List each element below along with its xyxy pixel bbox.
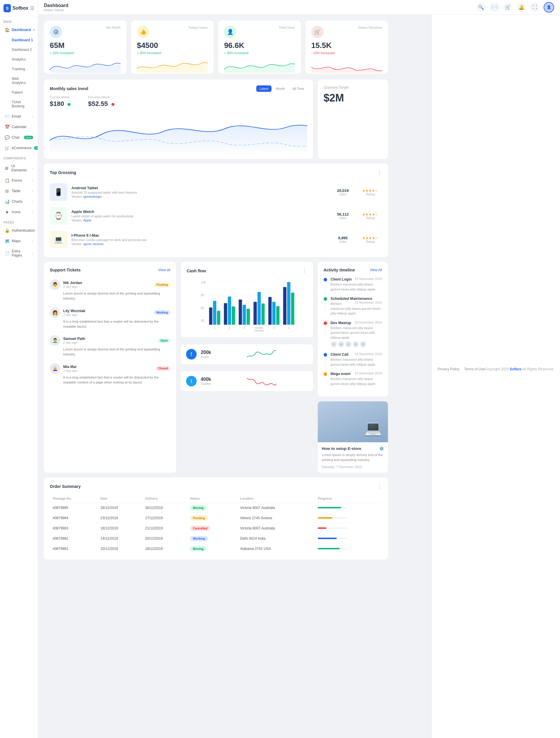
maps-label: Maps [12, 239, 21, 243]
cashflow-header: Cash flow ⋮ [187, 268, 307, 274]
status-badge-4: Moving [190, 546, 207, 551]
sidebar-item-icons[interactable]: ★ Icons › [1, 207, 37, 217]
chevron-right-icon9: › [32, 252, 33, 255]
timeline-view-all[interactable]: View All [370, 268, 382, 272]
timeline-event-4: Mega event [331, 372, 350, 376]
order-summary-card: Order Summary ⋮ Package No. Date Deliver… [44, 477, 388, 560]
user-avatar[interactable]: 👤 [544, 2, 554, 13]
networth-wave [50, 58, 120, 73]
mail-button[interactable]: ✉️ [490, 3, 499, 12]
facebook-sparkline [215, 348, 308, 360]
sidebar-item-patient[interactable]: Patient [8, 88, 37, 97]
fullscreen-button[interactable]: ⛶ [530, 3, 540, 12]
cell-status-1: Pending [187, 513, 237, 523]
ticket-badge-3: Closed [156, 366, 170, 371]
svg-text:2: 2 [229, 326, 230, 329]
topbar-actions: 🔍 ✉️ 🛒 🔔 ⛶ 👤 [476, 2, 554, 13]
gains-icon: 👍 [137, 26, 149, 38]
product-vendor-2: Vendor: igonic devices [71, 242, 327, 246]
tickets-title: Support Tickets [50, 268, 81, 272]
terms-of-use-link[interactable]: Terms of Use [464, 367, 485, 371]
previous-week-indicator [111, 103, 114, 106]
stat-card-orders: 🛒 Orders Received 15.5K - 10% Increased [305, 20, 388, 74]
cell-status-0: Moving [187, 502, 237, 513]
progress-bar-4 [318, 548, 340, 549]
sidebar-item-tracking[interactable]: Tracking [8, 64, 37, 74]
bar-chart-area: 120 90 60 30 [187, 279, 307, 331]
tab-alltime[interactable]: All Time [289, 85, 307, 92]
timeline-content-3: Client Call 18 November 2019 Bonbon maca… [331, 352, 382, 367]
top-grossing-menu[interactable]: ⋮ [377, 169, 382, 176]
app-name: Sofbox [13, 6, 28, 11]
sidebar-item-email[interactable]: ✉️ Email › [1, 111, 37, 121]
svg-rect-12 [228, 297, 231, 325]
timeline-title: Activity timeline [324, 268, 355, 272]
sidebar-item-charts[interactable]: 📊 Charts › [1, 197, 37, 207]
ticket-badge-2: Open [158, 338, 170, 343]
hamburger-menu[interactable]: ☰ [30, 6, 34, 11]
ticket-row-2: 👨‍🦱 Samuel Path 2 day ago Open Lorem Ips… [50, 332, 170, 360]
forms-icon: 📋 [5, 178, 9, 183]
orders-value: 15.5K [311, 41, 382, 50]
mini-avatar-0: A [331, 341, 337, 348]
svg-rect-13 [232, 307, 235, 325]
facebook-icon: f [186, 349, 197, 360]
timeline-avatars: A B C D E [331, 341, 382, 348]
timeline-item-3: Client Call 18 November 2019 Bonbon maca… [324, 352, 382, 367]
sidebar-item-chat[interactable]: 💬 Chat Soon [1, 132, 37, 142]
ticket-avatar-1: 👩 [50, 307, 60, 318]
order-table: Package No. Date Delivery Status Locatio… [50, 494, 382, 554]
chevron-right-icon2: › [32, 167, 33, 170]
cart-button[interactable]: 🛒 [503, 3, 513, 12]
tab-latest[interactable]: Latest [256, 85, 272, 92]
tab-month[interactable]: Month [273, 85, 288, 92]
progress-bar-2 [318, 527, 326, 529]
cashflow-menu[interactable]: ⋮ [302, 268, 307, 274]
chat-icon: 💬 [5, 135, 9, 140]
sidebar-item-uielements[interactable]: ⊞ UI Elements › [1, 161, 37, 175]
sidebar-item-calendar[interactable]: 📅 Calendar [1, 122, 37, 132]
svg-rect-24 [287, 282, 290, 325]
order-summary-menu[interactable]: ⋮ [377, 483, 382, 490]
status-badge-3: Working [190, 536, 208, 541]
authentication-icon: 🔒 [5, 228, 9, 233]
tickets-view-all[interactable]: View all [158, 268, 170, 272]
svg-rect-19 [261, 303, 265, 325]
table-row: #0879983 18/12/2019 21/12/2019 Cancelled… [50, 523, 382, 533]
top-grossing-card: Top Grossing ⋮ 📱 Android Tablet Android … [44, 163, 388, 257]
tickets-header: Support Tickets View all [50, 268, 170, 272]
ecommerce-icon: 🛒 [5, 146, 9, 150]
sidebar-item-maps[interactable]: 🗺️ Maps › [1, 236, 37, 246]
svg-rect-15 [243, 305, 246, 325]
cell-date-4: 10/12/2019 [97, 543, 142, 554]
sidebar-item-table[interactable]: ⊟ Table › [1, 186, 37, 196]
timeline-dot-4 [324, 372, 327, 376]
cashflow-title: Cash flow [187, 269, 206, 273]
sidebar-item-analytics[interactable]: Analytics [8, 55, 37, 64]
timeline-dot-0 [324, 278, 327, 281]
blog-image-inner: 💻 [318, 401, 388, 442]
sidebar-item-extrapages[interactable]: 📄 Extra Pages › [1, 247, 37, 260]
ecommerce-label: eCommerce [12, 146, 32, 150]
sidebar-item-authentication[interactable]: 🔒 Authentication › [1, 226, 37, 236]
sidebar-item-ticketbooking[interactable]: Ticket Booking [8, 97, 37, 111]
sidebar-item-ecommerce[interactable]: 🛒 eCommerce Soon [1, 143, 37, 153]
cell-progress-1 [315, 513, 382, 523]
cell-date-3: 14/12/2019 [97, 533, 142, 543]
product-name-1: Apple Watch [71, 210, 327, 214]
sidebar-item-dashboard1[interactable]: Dashboard 1 [8, 35, 37, 45]
progress-bar-container-4 [318, 548, 347, 549]
sidebar-item-dashboard2[interactable]: Dashboard 2 [8, 45, 37, 54]
sidebar-item-dashboard[interactable]: 🏠 Dashboard ▾ [1, 25, 37, 35]
privacy-policy-link[interactable]: Privacy Policy [438, 367, 460, 371]
svg-text:6: 6 [288, 326, 289, 329]
product-img-0: 📱 [50, 183, 67, 201]
search-button[interactable]: 🔍 [476, 3, 486, 12]
sidebar-item-webanalytics[interactable]: Web Analytics [8, 74, 37, 87]
sidebar-item-forms[interactable]: 📋 Forms › [1, 175, 37, 186]
cell-date-1: 23/12/2019 [97, 513, 142, 523]
blog-gear-icon[interactable]: ⚙️ [379, 446, 384, 451]
middle-row: Support Tickets View all 👨 Nik Jordan 2 … [44, 262, 388, 473]
networth-value: 65M [50, 41, 120, 50]
bell-button[interactable]: 🔔 [517, 3, 526, 12]
